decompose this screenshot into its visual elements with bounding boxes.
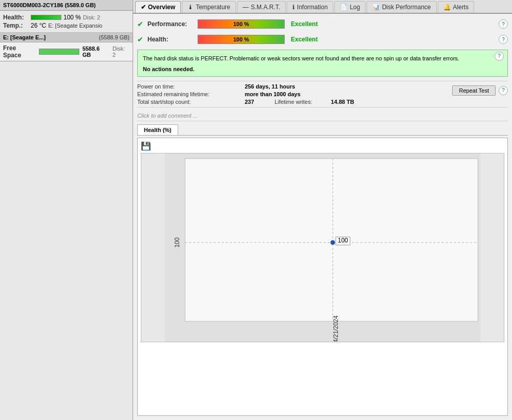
health-status-label: Health: bbox=[147, 36, 194, 43]
repeat-test-help-button[interactable]: ? bbox=[499, 86, 508, 95]
disk-temp-row: Temp.: 26 °C E: [Seagate Expansio bbox=[3, 22, 130, 29]
partition-name: E: [Seagate E...] bbox=[3, 34, 46, 40]
main-content: ✔ Performance: 100 % Excellent ? ✔ Healt… bbox=[133, 14, 512, 420]
tab-overview-label: Overview bbox=[148, 4, 175, 11]
chart-container: 💾 100 bbox=[137, 138, 508, 416]
svg-point-5 bbox=[331, 240, 335, 245]
repeat-test-button[interactable]: Repeat Test bbox=[452, 85, 496, 96]
tab-disk-performance-label: Disk Performance bbox=[382, 4, 431, 11]
tab-bar: ✔ Overview 🌡 Temperature — S.M.A.R.T. ℹ … bbox=[133, 0, 512, 14]
tab-alerts[interactable]: 🔔 Alerts bbox=[438, 1, 475, 13]
performance-label: Performance: bbox=[147, 20, 194, 28]
partition-disk-ref: Disk: 2 bbox=[113, 46, 130, 58]
power-on-label: Power on time: bbox=[137, 83, 245, 90]
disk-number: Disk: 2 bbox=[83, 14, 100, 20]
right-panel: ✔ Overview 🌡 Temperature — S.M.A.R.T. ℹ … bbox=[133, 0, 512, 420]
status-message-box: The hard disk status is PERFECT. Problem… bbox=[137, 50, 508, 77]
tab-disk-performance[interactable]: 📊 Disk Performance bbox=[367, 1, 436, 13]
tab-smart[interactable]: — S.M.A.R.T. bbox=[237, 1, 286, 13]
disk-perf-icon: 📊 bbox=[372, 4, 380, 11]
svg-text:100: 100 bbox=[338, 237, 348, 244]
temperature-icon: 🌡 bbox=[187, 4, 194, 11]
chart-section: Health (%) 💾 100 bbox=[137, 124, 508, 416]
temp-label: Temp.: bbox=[3, 22, 29, 29]
lifetime-value: more than 1000 days bbox=[245, 91, 301, 97]
health-value: 100 % bbox=[63, 14, 81, 21]
free-space-row: Free Space 5588.6 GB Disk: 2 bbox=[3, 45, 130, 59]
start-stop-label: Total start/stop count: bbox=[137, 99, 245, 105]
start-stop-row: Total start/stop count: 237 Lifetime wri… bbox=[137, 99, 446, 105]
performance-progress-bar: 100 % bbox=[198, 19, 285, 29]
message-help-button[interactable]: ? bbox=[495, 52, 504, 61]
partition-details: Free Space 5588.6 GB Disk: 2 bbox=[0, 42, 133, 61]
chart-save-icon[interactable]: 💾 bbox=[141, 141, 151, 151]
tab-overview[interactable]: ✔ Overview bbox=[135, 1, 181, 13]
no-action-text: No actions needed. bbox=[143, 66, 502, 72]
comment-field[interactable]: Click to add comment ... bbox=[137, 110, 508, 121]
health-label: Health: bbox=[3, 14, 29, 21]
information-icon: ℹ bbox=[292, 4, 295, 11]
temp-value: 26 °C bbox=[31, 22, 46, 29]
free-bar bbox=[39, 49, 79, 55]
health-result: Excellent bbox=[291, 36, 318, 43]
free-label: Free Space bbox=[3, 45, 36, 59]
disk-title: ST6000DM003-2CY186 (5589.0 GB) bbox=[3, 2, 130, 8]
alerts-icon: 🔔 bbox=[443, 4, 451, 11]
overview-icon: ✔ bbox=[141, 4, 146, 11]
tab-alerts-label: Alerts bbox=[453, 4, 469, 11]
smart-icon: — bbox=[243, 4, 249, 11]
lifetime-label: Estimated remaining lifetime: bbox=[137, 91, 245, 97]
health-percent: 100 % bbox=[233, 36, 249, 42]
performance-ok-icon: ✔ bbox=[137, 20, 143, 28]
drive-path: E: [Seagate Expansio bbox=[48, 23, 102, 29]
tab-log-label: Log bbox=[350, 4, 360, 11]
performance-row: ✔ Performance: 100 % Excellent ? bbox=[137, 18, 508, 30]
tab-smart-label: S.M.A.R.T. bbox=[251, 4, 280, 11]
power-on-value: 256 days, 11 hours bbox=[245, 83, 295, 90]
free-value: 5588.6 GB bbox=[82, 46, 110, 58]
performance-result: Excellent bbox=[291, 20, 318, 28]
tab-information-label: Information bbox=[297, 4, 328, 11]
log-icon: 📄 bbox=[340, 4, 348, 11]
power-on-row: Power on time: 256 days, 11 hours bbox=[137, 83, 446, 90]
partition-section: E: [Seagate E...] (5588.9 GB) Free Space… bbox=[0, 33, 133, 61]
disk-info: Health: 100 % Disk: 2 Temp.: 26 °C E: [S… bbox=[0, 11, 133, 33]
lifetime-writes-value: 14.88 TB bbox=[331, 99, 354, 105]
tab-log[interactable]: 📄 Log bbox=[334, 1, 366, 13]
health-bar bbox=[31, 15, 61, 20]
disk-header: ST6000DM003-2CY186 (5589.0 GB) bbox=[0, 0, 133, 11]
health-progress-bar: 100 % bbox=[198, 35, 285, 44]
chart-tab-bar: Health (%) bbox=[137, 124, 508, 136]
health-bar-wrap: 100 % bbox=[31, 14, 81, 21]
partition-size: (5588.9 GB) bbox=[99, 34, 130, 40]
details-section: Power on time: 256 days, 11 hours Estima… bbox=[137, 81, 508, 107]
chart-svg-wrap: 100 100 4/21/2024 bbox=[141, 153, 504, 413]
tab-temperature-label: Temperature bbox=[196, 4, 230, 11]
svg-rect-1 bbox=[185, 158, 478, 321]
start-stop-value: 237 bbox=[245, 99, 254, 105]
svg-text:4/21/2024: 4/21/2024 bbox=[332, 315, 339, 342]
left-panel: ST6000DM003-2CY186 (5589.0 GB) Health: 1… bbox=[0, 0, 133, 420]
performance-percent: 100 % bbox=[233, 21, 249, 27]
lifetime-row: Estimated remaining lifetime: more than … bbox=[137, 91, 446, 97]
partition-header: E: [Seagate E...] (5588.9 GB) bbox=[0, 33, 133, 42]
health-help-button[interactable]: ? bbox=[499, 35, 508, 44]
performance-help-button[interactable]: ? bbox=[499, 19, 508, 29]
health-row: ✔ Health: 100 % Excellent ? bbox=[137, 33, 508, 46]
svg-text:100: 100 bbox=[174, 237, 181, 247]
disk-health-row: Health: 100 % Disk: 2 bbox=[3, 14, 130, 21]
health-ok-icon: ✔ bbox=[137, 35, 143, 43]
tab-information[interactable]: ℹ Information bbox=[287, 1, 333, 13]
lifetime-writes-label: Lifetime writes: bbox=[274, 99, 331, 105]
chart-tab-health[interactable]: Health (%) bbox=[137, 124, 178, 135]
status-message-text: The hard disk status is PERFECT. Problem… bbox=[143, 54, 502, 63]
tab-temperature[interactable]: 🌡 Temperature bbox=[182, 1, 236, 13]
